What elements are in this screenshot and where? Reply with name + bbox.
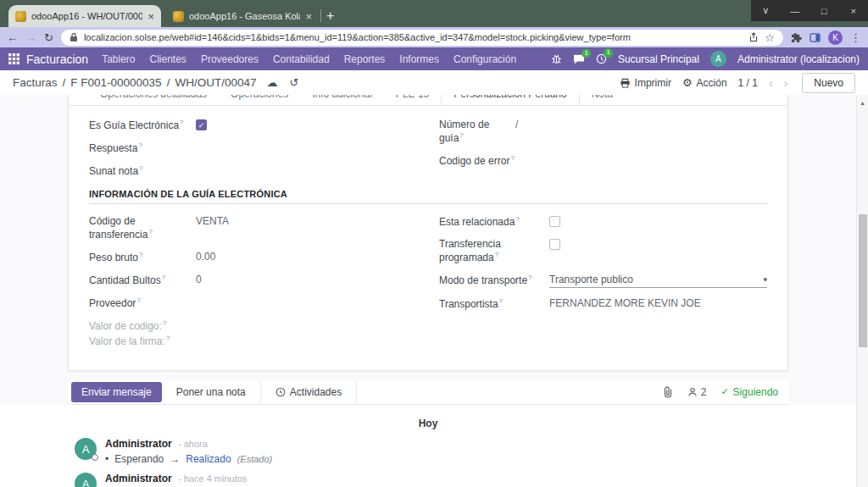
activities-button[interactable]: Actividades	[261, 379, 356, 404]
followers-button[interactable]: 2	[687, 386, 707, 398]
avatar: A	[75, 438, 97, 460]
help-marker: ?	[166, 335, 170, 342]
chevron-down-icon: ▾	[763, 275, 767, 284]
tab-close-icon[interactable]: ×	[305, 10, 312, 23]
field-valor-firma: Valor de la firma:?	[89, 335, 417, 348]
menu-proveedores[interactable]: Proveedores	[201, 53, 259, 65]
tab-operaciones[interactable]: Operaciones	[219, 95, 300, 105]
field-label: Es Guía Electrónica	[89, 119, 179, 131]
menu-reportes[interactable]: Reportes	[344, 53, 386, 65]
message-author[interactable]: Administrator	[105, 438, 172, 450]
breadcrumb-separator: /	[167, 76, 170, 89]
lock-icon	[70, 32, 78, 42]
following-button[interactable]: ✓ Siguiendo	[721, 386, 778, 398]
es-guia-checkbox[interactable]: ✓	[196, 119, 207, 130]
app-name[interactable]: Facturacion	[26, 53, 88, 66]
tab-close-icon[interactable]: ×	[147, 10, 154, 23]
help-marker: ?	[495, 251, 498, 258]
help-marker: ?	[499, 297, 503, 305]
user-menu[interactable]: Administrator (localizacion)	[737, 53, 860, 65]
tab-nota[interactable]: Nota	[580, 95, 625, 105]
new-tab-button[interactable]: +	[326, 8, 334, 24]
field-es-guia-electronica: Es Guía Electrónica? ✓	[89, 119, 417, 132]
breadcrumb-invoice[interactable]: F F001-00000035	[70, 76, 161, 89]
browser-tab-background[interactable]: odooApp16 - Gaseosa Kola 3L ×	[166, 5, 319, 27]
tab-ple-13[interactable]: PLE 13	[384, 95, 441, 105]
tab-personalizacion-peruano[interactable]: Personalizacion Peruano	[441, 95, 579, 105]
tab-info-adicional[interactable]: Info adicional	[300, 95, 384, 105]
print-button[interactable]: Imprimir	[620, 77, 671, 89]
vertical-scrollbar[interactable]: ▲	[856, 95, 868, 487]
pager-counter: 1 / 1	[738, 77, 758, 89]
maximize-icon[interactable]: □	[810, 0, 839, 21]
tab-operaciones-detalladas[interactable]: Operaciones detalladas	[88, 95, 219, 105]
help-marker: ?	[163, 319, 166, 327]
back-icon[interactable]: ←	[7, 32, 18, 43]
date-separator: Hoy	[0, 418, 856, 429]
peso-bruto-value[interactable]: 0.00	[196, 251, 215, 263]
field-label: Transferencia programada	[439, 238, 501, 263]
field-respuesta: Respuesta?	[89, 141, 417, 155]
activities-clock-icon[interactable]: 1	[596, 53, 607, 64]
pager-prev-icon[interactable]: ‹	[769, 76, 773, 90]
menu-contabilidad[interactable]: Contabilidad	[273, 53, 330, 65]
window-close-icon[interactable]: ×	[839, 0, 868, 21]
tracking-old-value: Esperando	[114, 453, 164, 465]
debug-bug-icon[interactable]	[551, 53, 562, 64]
chatter-toolbar: Enviar mensaje Poner una nota Actividade…	[68, 379, 788, 405]
tracking-new-value[interactable]: Realizado	[186, 453, 231, 465]
share-icon[interactable]	[748, 32, 759, 42]
window-menu-icon[interactable]: ∨	[751, 0, 781, 21]
reload-icon[interactable]: ↻	[44, 32, 53, 43]
field-transferencia-programada: Transferencia programada?	[439, 238, 767, 264]
company-switcher[interactable]: Sucursal Principal	[618, 53, 699, 65]
window-controls: ∨ — □ ×	[751, 0, 868, 21]
menu-configuracion[interactable]: Configuración	[453, 53, 516, 65]
action-button[interactable]: ⚙ Acción	[682, 76, 727, 89]
transferencia-programada-checkbox[interactable]	[549, 239, 560, 250]
new-record-button[interactable]: Nuevo	[802, 73, 855, 93]
url-field[interactable]: localizacion.solse.pe/web#id=146&cids=1&…	[61, 30, 783, 46]
scrollbar-thumb[interactable]	[859, 214, 867, 347]
codigo-transferencia-value[interactable]: VENTA	[196, 215, 229, 228]
field-label: Respuesta	[89, 142, 137, 154]
field-label: Código de transferencia	[89, 215, 147, 241]
message-item: A Administrator - ahora • Esperando → Re…	[0, 438, 856, 465]
field-codigo-error: Codigo de error?	[439, 154, 767, 168]
menu-clientes[interactable]: Clientes	[150, 53, 186, 65]
browser-menu-icon[interactable]: ⋮	[850, 32, 861, 43]
pager-next-icon[interactable]: ›	[784, 76, 788, 90]
user-avatar[interactable]: A	[710, 51, 726, 67]
bookmark-star-icon[interactable]: ☆	[765, 32, 775, 43]
tab-separator	[320, 9, 321, 22]
numero-guia-value[interactable]: /	[515, 119, 518, 131]
scroll-up-icon[interactable]: ▲	[857, 95, 868, 106]
apps-grid-icon[interactable]	[8, 53, 19, 64]
save-cloud-icon[interactable]: ☁	[266, 76, 277, 89]
log-note-button[interactable]: Poner una nota	[162, 379, 260, 404]
browser-tab-current[interactable]: odooApp16 - WH/OUT/00047 ×	[8, 5, 161, 27]
field-label: Esta relacionada	[439, 216, 515, 228]
breadcrumb-facturas[interactable]: Facturas	[13, 76, 58, 89]
bullet-icon: •	[105, 453, 108, 465]
help-marker: ?	[138, 141, 142, 149]
minimize-icon[interactable]: —	[781, 0, 810, 21]
discard-undo-icon[interactable]: ↺	[289, 76, 298, 89]
send-message-button[interactable]: Enviar mensaje	[71, 382, 162, 402]
esta-relacionada-checkbox[interactable]	[549, 216, 560, 227]
odoo-favicon-icon	[173, 11, 184, 22]
attachments-paperclip-icon[interactable]	[663, 386, 673, 398]
avatar: A	[75, 473, 97, 487]
url-text: localizacion.solse.pe/web#id=146&cids=1&…	[84, 32, 743, 42]
messages-icon[interactable]: 1	[573, 54, 585, 64]
message-author[interactable]: Administrator	[105, 473, 172, 484]
cantidad-bultos-value[interactable]: 0	[196, 274, 202, 286]
menu-informes[interactable]: Informes	[399, 53, 439, 65]
extensions-puzzle-icon[interactable]	[791, 32, 802, 43]
menu-tablero[interactable]: Tablero	[102, 53, 135, 65]
field-valor-codigo: Valor de codigo:?	[89, 319, 417, 333]
modo-transporte-select[interactable]: Transporte publico ▾	[549, 274, 767, 288]
side-panel-icon[interactable]	[810, 32, 821, 43]
transportista-value[interactable]: FERNANDEZ MORE KEVIN JOE	[549, 297, 701, 310]
browser-profile-avatar[interactable]: K	[828, 30, 843, 45]
